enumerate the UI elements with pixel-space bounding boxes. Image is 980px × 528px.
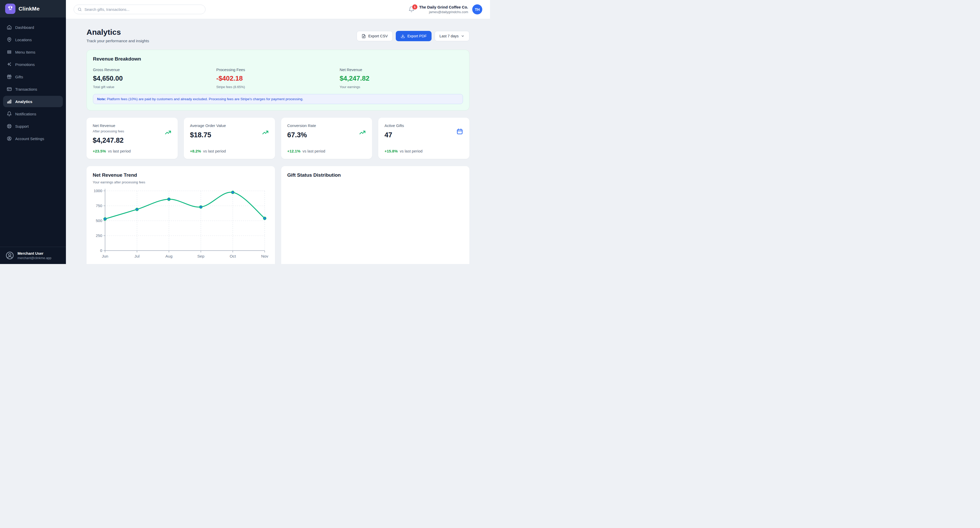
sidebar-item-promotions[interactable]: Promotions — [3, 59, 63, 70]
sidebar: ClinkMe Dashboard Locations Menu Items P… — [0, 0, 66, 264]
life-buoy-icon — [7, 124, 12, 129]
avatar[interactable]: TH — [472, 5, 482, 14]
sidebar-item-locations[interactable]: Locations — [3, 34, 63, 45]
analytics-page: ClinkMe Dashboard Locations Menu Items P… — [0, 0, 490, 264]
calendar-icon — [456, 128, 463, 135]
svg-text:Oct: Oct — [230, 254, 236, 258]
trending-up-icon — [262, 129, 269, 136]
company-email: james@dailygrindchs.com — [419, 10, 468, 14]
sidebar-user[interactable]: Merchant User merchant@clinkme.app — [0, 247, 66, 264]
sidebar-item-menu-items[interactable]: Menu Items — [3, 46, 63, 58]
chart-legend: Net Revenue — [93, 263, 269, 264]
layers-icon — [7, 49, 12, 54]
gross-revenue-column: Gross Revenue $4,650.00 Total gift value — [93, 67, 216, 89]
sidebar-item-transactions[interactable]: Transactions — [3, 83, 63, 95]
search-input[interactable] — [84, 8, 202, 11]
sidebar-user-email: merchant@clinkme.app — [18, 256, 51, 260]
main-content: Analytics Track your performance and ins… — [66, 19, 490, 264]
file-down-icon — [361, 34, 366, 38]
svg-text:500: 500 — [96, 219, 102, 223]
sidebar-item-gifts[interactable]: Gifts — [3, 71, 63, 83]
sidebar-item-notifications[interactable]: Notifications — [3, 108, 63, 120]
svg-text:Aug: Aug — [165, 254, 172, 258]
credit-card-icon — [7, 86, 12, 92]
svg-text:250: 250 — [96, 233, 102, 238]
svg-text:0: 0 — [100, 248, 102, 253]
export-pdf-button[interactable]: Export PDF — [396, 31, 431, 41]
download-icon — [401, 34, 405, 38]
brand-name: ClinkMe — [19, 6, 40, 12]
notification-count-badge: 1 — [412, 5, 417, 10]
sidebar-brand: ClinkMe — [0, 0, 66, 18]
stat-card-average-order-value: Average Order Value $18.75 +8.2%vs last … — [184, 118, 275, 159]
sidebar-nav: Dashboard Locations Menu Items Promotion… — [0, 18, 66, 148]
notifications-bell-button[interactable]: 1 — [408, 6, 415, 13]
svg-text:Jul: Jul — [134, 254, 140, 258]
gift-status-distribution-card: Gift Status Distribution — [281, 166, 470, 264]
svg-text:Sep: Sep — [197, 254, 204, 258]
sidebar-item-analytics[interactable]: Analytics — [3, 96, 63, 107]
sidebar-item-support[interactable]: Support — [3, 121, 63, 132]
net-revenue-trend-title: Net Revenue Trend — [93, 172, 269, 178]
gift-status-distribution-title: Gift Status Distribution — [287, 172, 463, 178]
stat-cards-row: Net Revenue After processing fees $4,247… — [86, 118, 469, 159]
map-pin-icon — [7, 37, 12, 42]
processing-fees-column: Processing Fees -$402.18 Stripe fees (8.… — [216, 67, 340, 89]
revenue-breakdown-card: Revenue Breakdown Gross Revenue $4,650.0… — [86, 50, 469, 110]
page-title: Analytics — [86, 28, 149, 37]
sidebar-item-dashboard[interactable]: Dashboard — [3, 22, 63, 33]
stat-card-active-gifts: Active Gifts 47 +15.8%vs last period — [378, 118, 469, 159]
date-range-dropdown[interactable]: Last 7 days — [434, 31, 469, 41]
company-name: The Daily Grind Coffee Co. — [419, 5, 468, 9]
sparkles-icon — [7, 62, 12, 67]
trending-up-icon — [359, 129, 366, 136]
net-revenue-value: $4,247.82 — [340, 75, 463, 83]
svg-text:750: 750 — [96, 204, 102, 208]
search-box[interactable] — [74, 5, 205, 14]
fees-note: Note: Platform fees (10%) are paid by cu… — [93, 94, 463, 104]
net-revenue-trend-card: Net Revenue Trend Your earnings after pr… — [86, 166, 275, 264]
svg-text:Nov: Nov — [261, 254, 268, 258]
sidebar-user-name: Merchant User — [18, 251, 51, 255]
stat-card-net-revenue: Net Revenue After processing fees $4,247… — [86, 118, 178, 159]
revenue-breakdown-title: Revenue Breakdown — [93, 56, 463, 62]
user-circle-icon — [7, 136, 12, 141]
page-subtitle: Track your performance and insights — [86, 38, 149, 43]
svg-text:1000: 1000 — [94, 188, 102, 193]
gross-revenue-value: $4,650.00 — [93, 75, 216, 83]
bell-icon — [7, 111, 12, 116]
export-csv-button[interactable]: Export CSV — [356, 31, 393, 41]
svg-text:Jun: Jun — [102, 254, 108, 258]
sidebar-item-account-settings[interactable]: Account Settings — [3, 133, 63, 144]
user-circle-icon — [5, 251, 14, 260]
bar-chart-icon — [7, 99, 12, 104]
trending-up-icon — [164, 129, 172, 136]
net-revenue-trend-chart: 02505007501000JunJulAugSepOctNov — [93, 188, 269, 261]
stat-card-conversion-rate: Conversion Rate 67.3% +12.1%vs last peri… — [281, 118, 372, 159]
topbar: 1 The Daily Grind Coffee Co. james@daily… — [66, 0, 490, 19]
search-icon — [78, 7, 82, 11]
gift-icon — [7, 74, 12, 79]
clinkme-logo-icon — [5, 3, 16, 14]
chevron-down-icon — [461, 34, 465, 38]
processing-fees-value: -$402.18 — [216, 75, 340, 83]
net-revenue-column: Net Revenue $4,247.82 Your earnings — [340, 67, 463, 89]
home-icon — [7, 25, 12, 30]
account-info: The Daily Grind Coffee Co. james@dailygr… — [419, 5, 468, 14]
